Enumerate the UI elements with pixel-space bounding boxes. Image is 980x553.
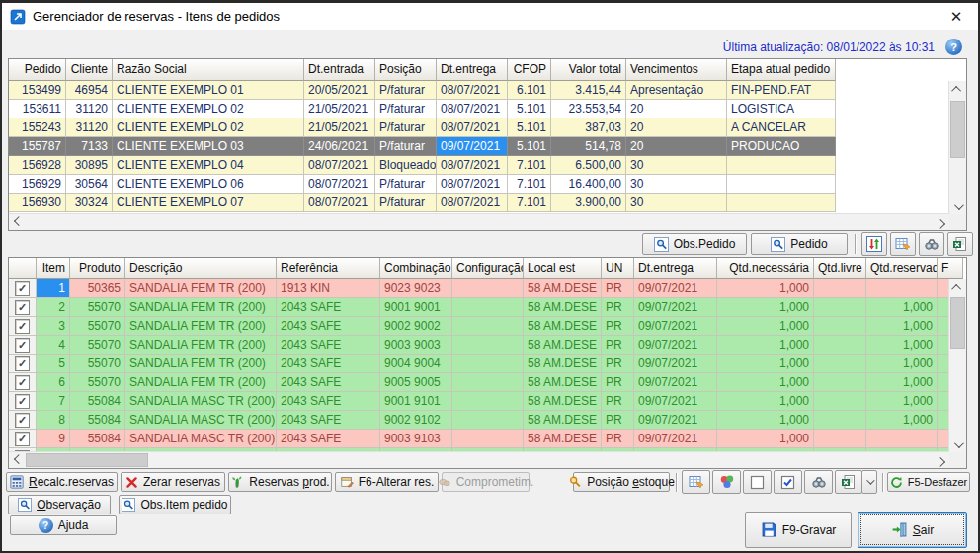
grid-cell-descricao[interactable]: SANDALIA FEM TR (200) — [125, 373, 277, 392]
grid-cell-local-est[interactable]: 58 AM.DESE — [524, 298, 602, 317]
grid-cell-qtd-necessaria[interactable]: 1,000 — [717, 430, 814, 448]
grid-cell-descricao[interactable]: SANDALIA FEM TR (200) — [125, 355, 277, 373]
grid-cell-un[interactable]: PR — [602, 392, 634, 411]
grid-cell-combinacao[interactable]: 9003 9103 — [380, 430, 452, 448]
grid-cell-razao-social[interactable]: CLIENTE EXEMPLO 01 — [113, 81, 304, 100]
grid-cell-dt-entrega[interactable]: 08/07/2021 — [437, 194, 508, 212]
order-row[interactable]: 15692830895CLIENTE EXEMPLO 0408/07/2021B… — [9, 156, 949, 175]
row-checkbox[interactable]: ✓ — [15, 375, 30, 390]
grid-cell-qtd-reservada[interactable]: 1,000 — [866, 411, 938, 430]
grid-cell-item[interactable]: 6 — [37, 373, 70, 392]
scroll-up-arrow[interactable] — [949, 81, 966, 97]
order-row[interactable]: 15692930564CLIENTE EXEMPLO 0608/07/2021P… — [9, 175, 949, 194]
grid-cell-razao-social[interactable]: CLIENTE EXEMPLO 03 — [113, 137, 304, 156]
grid-cell-referencia[interactable]: 2043 SAFE — [277, 392, 380, 411]
column-header-referencia[interactable]: Referência — [277, 258, 380, 279]
scroll-left-arrow[interactable] — [9, 214, 25, 230]
ajuda-button[interactable]: ? Ajuda — [10, 515, 117, 535]
obs-pedido-button[interactable]: Obs.Pedido — [642, 233, 747, 255]
grid-cell-etapa-atual[interactable]: A CANCELAR — [727, 118, 836, 137]
pedido-button[interactable]: Pedido — [751, 233, 848, 255]
grid-cell-razao-social[interactable]: CLIENTE EXEMPLO 02 — [113, 118, 304, 137]
grid-cell-qtd-livre[interactable] — [814, 411, 866, 430]
scroll-down-arrow[interactable] — [949, 436, 966, 452]
column-header-vencimentos[interactable]: Vencimentos — [626, 59, 727, 81]
grid-cell-produto[interactable]: 55070 — [70, 373, 125, 392]
grid-cell-cliente[interactable]: 30324 — [66, 194, 113, 212]
grid-cell-produto[interactable]: 55084 — [70, 392, 125, 411]
grid-cell-posicao[interactable]: P/faturar — [375, 118, 437, 137]
grid-cell-qtd-reservada[interactable]: 1,000 — [866, 298, 938, 317]
item-row[interactable]: ✓150365SANDALIA FEM TR (200)1913 KIN9023… — [9, 279, 949, 298]
grid-cell-dt-entrega[interactable]: 08/07/2021 — [437, 118, 508, 137]
row-checkbox[interactable]: ✓ — [15, 413, 30, 428]
scroll-right-arrow[interactable] — [934, 214, 949, 230]
grid-cell-pedido[interactable]: 155243 — [9, 118, 66, 137]
grid-cell-etapa-atual[interactable] — [727, 194, 836, 212]
grid-cell-un[interactable]: PR — [602, 336, 634, 355]
grid-cell-qtd-necessaria[interactable]: 1,000 — [717, 279, 814, 298]
grid-cell-qtd-livre[interactable] — [814, 298, 866, 317]
row-checkbox[interactable]: ✓ — [15, 300, 30, 315]
grid-cell-pedido[interactable]: 156928 — [9, 156, 66, 175]
item-row[interactable]: ✓855084SANDALIA MASC TR (200)2043 SAFE90… — [9, 411, 949, 430]
grid-cell-qtd-livre[interactable] — [814, 336, 866, 355]
item-row[interactable]: ✓455070SANDALIA FEM TR (200)2043 SAFE900… — [9, 336, 949, 355]
grid-cell-qtd-necessaria[interactable]: 1,000 — [717, 298, 814, 317]
grid-cell-item[interactable]: 5 — [37, 355, 70, 373]
grid-cell-cliente[interactable]: 31120 — [66, 100, 113, 118]
grid-cell-etapa-atual[interactable] — [727, 175, 836, 194]
grid-cell-qtd-livre[interactable] — [814, 392, 866, 411]
column-header-item[interactable]: Item — [37, 258, 70, 279]
grid-cell-produto[interactable]: 55084 — [70, 411, 125, 430]
grid-cell-qtd-livre[interactable] — [814, 373, 866, 392]
grid-cell-qtd-reservada[interactable] — [866, 279, 938, 298]
grid-cell-dt-entrega[interactable]: 08/07/2021 — [437, 156, 508, 175]
search-records-button[interactable] — [919, 232, 944, 256]
grid-cell-cfop[interactable]: 7.101 — [508, 175, 551, 194]
grid-cell-qtd-reservada[interactable]: 1,000 — [866, 336, 938, 355]
grid-cell-qtd-livre[interactable] — [814, 430, 866, 448]
grid-cell-referencia[interactable]: 2043 SAFE — [277, 298, 380, 317]
grid-cell-combinacao[interactable]: 9002 9102 — [380, 411, 452, 430]
column-header-local-est[interactable]: Local est — [524, 258, 602, 279]
grid-cell-cliente[interactable]: 7133 — [66, 137, 113, 156]
grid-cell-descricao[interactable]: SANDALIA FEM TR (200) — [125, 298, 277, 317]
grid-cell-combinacao[interactable]: 9005 9005 — [380, 373, 452, 392]
scroll-right-arrow[interactable] — [934, 452, 949, 468]
grid-cell-combinacao[interactable]: 9001 9101 — [380, 392, 452, 411]
items-horizontal-scrollbar[interactable] — [9, 451, 949, 468]
row-checkbox[interactable]: ✓ — [15, 432, 30, 446]
grid-cell-configuracao[interactable] — [452, 430, 524, 448]
grid-cell-dt-entrega[interactable]: 09/07/2021 — [437, 137, 508, 156]
grid-cell-qtd-necessaria[interactable]: 1,000 — [717, 336, 814, 355]
item-row[interactable]: ✓355070SANDALIA FEM TR (200)2043 SAFE900… — [9, 317, 949, 336]
grid-cell-local-est[interactable]: 58 AM.DESE — [524, 317, 602, 336]
posicao-estoque-button[interactable]: Posição estoque — [573, 472, 670, 492]
grid-cell-qtd-necessaria[interactable]: 1,000 — [717, 373, 814, 392]
column-header-dt-entrada[interactable]: Dt.entrada — [304, 59, 375, 81]
grid-cell-posicao[interactable]: P/faturar — [375, 194, 437, 212]
export-excel-button-2[interactable] — [835, 470, 862, 494]
grid-cell-combinacao[interactable]: 9002 9002 — [380, 317, 452, 336]
grid-cell-item[interactable]: 9 — [37, 430, 70, 448]
grid-cell-valor-total[interactable]: 514,78 — [551, 137, 626, 156]
grid-select-button-2[interactable] — [682, 470, 710, 494]
item-row[interactable]: ✓955084SANDALIA MASC TR (200)2043 SAFE90… — [9, 430, 949, 448]
grid-cell-dt-entrada[interactable]: 08/07/2021 — [304, 156, 375, 175]
grid-cell-descricao[interactable]: SANDALIA MASC TR (200) — [125, 411, 277, 430]
grid-cell-razao-social[interactable]: CLIENTE EXEMPLO 04 — [113, 156, 304, 175]
grid-cell-qtd-reservada[interactable]: 1,000 — [866, 392, 938, 411]
column-header-combinacao[interactable]: Combinação — [380, 258, 452, 279]
observacao-button[interactable]: Observação — [8, 495, 111, 514]
column-header-etapa-atual[interactable]: Etapa atual pedido — [727, 59, 836, 81]
grid-cell-posicao[interactable]: P/faturar — [375, 81, 437, 100]
grid-cell-produto[interactable]: 55070 — [70, 317, 125, 336]
grid-cell-produto[interactable]: 50365 — [70, 279, 125, 298]
grid-cell-vencimentos[interactable]: 20 — [626, 100, 727, 118]
grid-cell-configuracao[interactable] — [452, 373, 524, 392]
reservas-prod-button[interactable]: Reservas prod. — [228, 472, 332, 492]
grid-cell-descricao[interactable]: SANDALIA MASC TR (200) — [125, 392, 277, 411]
column-header-qtd-reservada[interactable]: Qtd.reservada — [866, 258, 938, 279]
f6-alterar-res-button[interactable]: F6-Alterar res. — [335, 472, 439, 492]
